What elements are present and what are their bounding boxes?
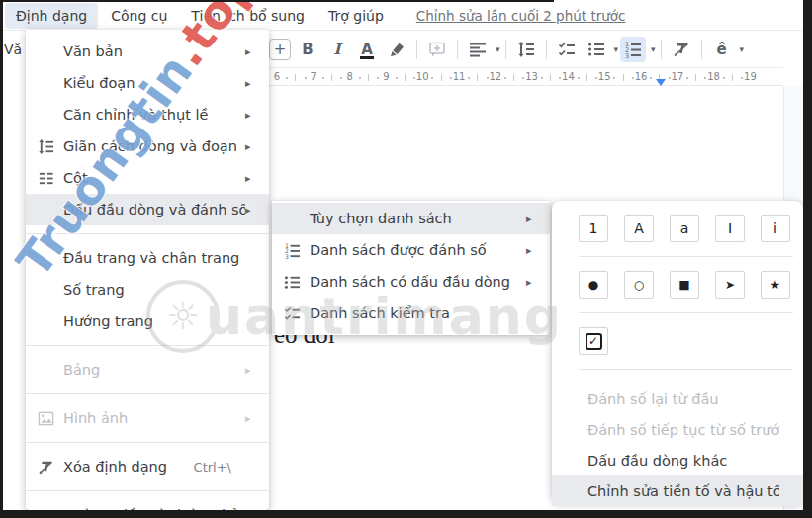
number-format-button-a[interactable]: a xyxy=(670,215,699,242)
menubar-item-inh-dang[interactable]: Định dạng xyxy=(5,3,98,29)
ruler: 678910111213141516171819 xyxy=(267,67,783,86)
chevron-down-icon[interactable]: ▾ xyxy=(740,44,745,54)
ruler-tick xyxy=(623,74,624,81)
menu-item-so-trang[interactable]: Số trang xyxy=(26,274,269,305)
checklist-button[interactable] xyxy=(554,37,580,62)
menu-item-huong-trang[interactable]: Hướng trang xyxy=(26,305,269,337)
clear-formatting-button[interactable] xyxy=(669,37,694,62)
menu-item-tuy-chon-danh-sach[interactable]: Tùy chọn danh sách▸ xyxy=(272,203,550,234)
ruler-number: 13 xyxy=(525,71,538,82)
bullet-list-button[interactable] xyxy=(584,37,609,62)
number-format-button-a[interactable]: A xyxy=(624,215,654,242)
checklist-format-button[interactable]: ✓ xyxy=(579,327,608,355)
checklist-icon xyxy=(558,41,576,58)
align-button[interactable] xyxy=(465,37,491,62)
ruler-tick xyxy=(305,77,307,79)
ruler-number: 15 xyxy=(598,71,611,82)
submenu-arrow-icon: ▸ xyxy=(526,276,550,289)
chevron-down-icon[interactable]: ▾ xyxy=(614,44,619,54)
submenu-arrow-icon: ▸ xyxy=(245,204,269,216)
panel-separator xyxy=(579,369,793,370)
menu-item-uong-vien-va-uong-ke[interactable]: Đường viền và đường kẻ▸ xyxy=(26,499,269,510)
linespace-icon xyxy=(36,138,55,155)
frame-border-right xyxy=(803,0,812,518)
menu-item-dau-au-dong-khac[interactable]: Dấu đầu dòng khác xyxy=(552,445,803,475)
bold-button[interactable]: B xyxy=(295,37,320,62)
menu-item-label: Hình ảnh xyxy=(63,410,245,426)
last-edit-link[interactable]: Chỉnh sửa lần cuối 2 phút trước xyxy=(416,8,626,24)
input-tools-button[interactable]: ê xyxy=(709,37,735,62)
menu-separator xyxy=(26,393,269,394)
toolbar: +BIA▾▾▾ê▾ xyxy=(267,33,804,66)
menu-item-label: Tùy chọn danh sách xyxy=(310,211,526,226)
menu-item-kieu-oan[interactable]: Kiểu đoạn▸ xyxy=(26,67,269,99)
menu-item-gian-cach-dong-va-oan[interactable]: Giãn cách dòng và đoạn▸ xyxy=(26,130,269,162)
menubar-item-tien-ich-bo-sung[interactable]: Tiện ích bổ sung xyxy=(180,3,316,29)
text-color-bar xyxy=(360,56,374,59)
italic-button[interactable]: I xyxy=(324,37,350,62)
ruler-tick xyxy=(468,77,470,79)
columns-icon xyxy=(36,170,55,187)
menu-item-can-chinh-va-thut-le[interactable]: Căn chỉnh và thụt lề▸ xyxy=(26,99,269,130)
number-format-button-1[interactable]: 1 xyxy=(579,215,608,242)
bullet-format-button-[interactable]: ■ xyxy=(670,271,699,299)
menubar-item-cong-cu[interactable]: Công cụ xyxy=(100,3,178,29)
line-spacing-button[interactable] xyxy=(513,37,539,62)
zoom-add-button[interactable]: + xyxy=(269,39,291,60)
submenu-arrow-icon: ▸ xyxy=(526,213,550,225)
menu-item-au-trang-va-chan-trang[interactable]: Đầu trang và chân trang xyxy=(26,242,269,274)
chevron-down-icon[interactable]: ▾ xyxy=(496,44,500,54)
bullet-format-button-[interactable]: ○ xyxy=(624,271,654,299)
ruler-tick xyxy=(513,74,514,81)
ruler-number: 17 xyxy=(671,71,683,82)
bullet-format-button-glyph: ■ xyxy=(678,278,689,292)
menu-separator xyxy=(26,442,269,443)
panel-separator xyxy=(579,312,793,313)
menu-item-label: Căn chỉnh và thụt lề xyxy=(63,107,245,123)
bullet-format-button-[interactable]: ● xyxy=(579,271,608,299)
toolbar-divider xyxy=(661,40,662,59)
menu-item-anh-so-tiep-tuc-tu-so-truoc[interactable]: Đánh số tiếp tục từ số trước xyxy=(552,414,803,445)
number-format-button-i[interactable]: I xyxy=(715,215,745,242)
menubar-item-tro-giup[interactable]: Trợ giúp xyxy=(317,3,395,29)
menu-item-chinh-sua-tien-to-va-hau-to[interactable]: Chỉnh sửa tiền tố và hậu tố xyxy=(552,475,803,506)
menu-item-label: Danh sách có dấu đầu dòng xyxy=(310,274,526,290)
bullets-numbering-submenu: Tùy chọn danh sách▸Danh sách được đánh s… xyxy=(272,201,550,335)
ruler-number: 11 xyxy=(453,71,466,82)
bullet-format-button-[interactable]: ★ xyxy=(761,271,790,299)
ruler-tick xyxy=(741,77,743,79)
menu-item-xoa-inh-dang[interactable]: Xóa định dạngCtrl+\ xyxy=(26,451,269,482)
bullet-format-button-[interactable]: ➤ xyxy=(715,271,745,299)
ruler-tick xyxy=(522,77,524,79)
number-format-button-i[interactable]: i xyxy=(761,215,790,242)
menu-item-van-ban[interactable]: Văn bản▸ xyxy=(26,36,269,67)
menu-item-label: Giãn cách dòng và đoạn xyxy=(63,138,245,154)
ruler-number: 14 xyxy=(562,71,575,82)
menu-item-danh-sach-co-dau-au-dong[interactable]: Danh sách có dấu đầu dòng▸ xyxy=(272,266,550,298)
number-format-row: 1AaIi xyxy=(552,215,803,242)
menu-separator xyxy=(26,490,269,491)
submenu-arrow-icon: ▸ xyxy=(526,244,550,257)
numbered-list-button[interactable] xyxy=(620,37,646,62)
indent-marker[interactable] xyxy=(656,79,666,86)
menu-item-danh-sach-uoc-anh-so[interactable]: Danh sách được đánh số▸ xyxy=(272,234,550,266)
chevron-down-icon[interactable]: ▾ xyxy=(651,44,656,54)
text-color-button[interactable]: A xyxy=(354,37,380,62)
ruler-tick xyxy=(686,77,688,79)
menu-item-hinh-anh[interactable]: Hình ảnh▸ xyxy=(26,402,269,434)
add-comment-button[interactable] xyxy=(424,37,450,62)
menu-item-cot[interactable]: Cột▸ xyxy=(26,162,269,194)
highlight-color-button[interactable] xyxy=(384,37,409,62)
ruler-tick xyxy=(669,77,671,79)
menu-item-dau-au-dong-va-anh-so[interactable]: Dấu đầu dòng và đánh số▸ xyxy=(26,194,269,225)
text-color-glyph: A xyxy=(361,43,373,57)
frame-border-left xyxy=(0,0,3,518)
image-icon xyxy=(36,410,55,427)
menu-item-anh-so-lai-tu-au[interactable]: Đánh số lại từ đầu xyxy=(552,384,803,414)
menu-item-danh-sach-kiem-tra[interactable]: Danh sách kiểm tra xyxy=(272,298,550,329)
ruler-tick xyxy=(340,77,342,79)
menu-item-bang[interactable]: Bảng▸ xyxy=(26,354,269,386)
ruler-tick xyxy=(477,74,478,81)
number-format-button-glyph: i xyxy=(773,220,777,236)
italic-glyph: I xyxy=(333,43,340,57)
